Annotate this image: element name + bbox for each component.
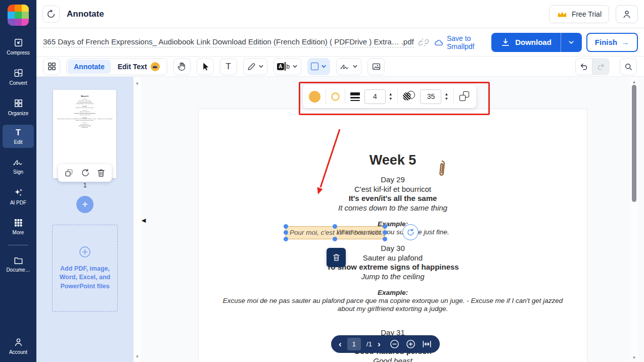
scroll-up-icon[interactable]: ▲ bbox=[133, 81, 141, 85]
profile-button[interactable] bbox=[616, 5, 638, 23]
resize-handle-s[interactable] bbox=[333, 237, 337, 241]
sidebar-item-ai-pdf[interactable]: AI PDF bbox=[3, 183, 34, 209]
more-grid-icon bbox=[13, 218, 23, 228]
sidebar-item-organize[interactable]: Organize bbox=[3, 94, 34, 119]
line-thickness-icon bbox=[350, 92, 360, 101]
start-over-button[interactable] bbox=[42, 6, 60, 23]
duplicate-page-button[interactable] bbox=[64, 168, 74, 178]
draw-tool-button[interactable] bbox=[243, 58, 267, 75]
tab-edit-text[interactable]: Edit Text bbox=[112, 60, 166, 74]
canvas-scrollbar[interactable]: ▲ ▼ bbox=[630, 77, 638, 362]
duplicate-icon bbox=[64, 168, 74, 178]
chevron-down-icon bbox=[567, 38, 575, 46]
pan-tool-button[interactable] bbox=[173, 58, 191, 75]
sidebar-item-sign[interactable]: Sign bbox=[3, 153, 34, 178]
convert-icon bbox=[13, 68, 24, 78]
text-tool-button[interactable]: T bbox=[220, 58, 237, 75]
doc-example-block: Example: Excuse moi de ne pas sauter au … bbox=[199, 289, 587, 313]
fill-color-swatch[interactable] bbox=[309, 91, 320, 102]
zoom-out-button[interactable] bbox=[389, 339, 400, 349]
rectangle-shape-icon bbox=[311, 63, 318, 70]
pro-crown-icon bbox=[151, 62, 160, 71]
thumbnail-panel: Week 5 Day 29 C'est kif-kif et bourricot… bbox=[36, 77, 133, 362]
border-color-swatch[interactable] bbox=[331, 92, 340, 101]
resize-handle-e[interactable] bbox=[383, 230, 387, 235]
broken-link-icon[interactable] bbox=[418, 37, 429, 48]
save-to-smallpdf[interactable]: Save to Smallpdf bbox=[434, 34, 491, 50]
scrollbar-thumb[interactable] bbox=[632, 85, 636, 202]
sidebar-item-documents[interactable]: Docume… bbox=[3, 252, 34, 276]
resize-handle-nw[interactable] bbox=[284, 224, 288, 229]
resize-handle-n[interactable] bbox=[333, 224, 337, 229]
search-button[interactable] bbox=[620, 58, 637, 75]
opacity-input[interactable]: 35 bbox=[420, 89, 441, 104]
highlight-text-icon: Ab bbox=[277, 62, 290, 71]
resize-handle-w[interactable] bbox=[284, 230, 288, 235]
undo-button[interactable] bbox=[575, 58, 592, 75]
scroll-down-icon[interactable]: ▼ bbox=[630, 355, 638, 360]
trash-icon bbox=[97, 168, 106, 178]
resize-handle-sw[interactable] bbox=[284, 237, 288, 241]
redo-icon bbox=[596, 62, 606, 71]
sidebar-item-convert[interactable]: Convert bbox=[3, 64, 34, 89]
select-tool-button[interactable] bbox=[197, 58, 214, 75]
scroll-down-icon[interactable]: ▼ bbox=[133, 354, 141, 359]
fit-width-button[interactable] bbox=[422, 339, 432, 349]
chevron-down-icon bbox=[321, 64, 327, 69]
free-trial-button[interactable]: Free Trial bbox=[549, 5, 609, 23]
delete-annotation-button[interactable] bbox=[327, 248, 346, 267]
minus-circle-icon bbox=[389, 339, 400, 349]
resize-handle-se[interactable] bbox=[383, 237, 387, 241]
highlight-tool-button[interactable]: Ab bbox=[273, 58, 301, 75]
file-name[interactable]: 365 Days of French Expressions_ Audioboo… bbox=[43, 37, 414, 47]
sidebar-item-account[interactable]: Account bbox=[3, 333, 34, 358]
doc-title: Week 5 bbox=[199, 152, 587, 168]
sidebar-item-label: Account bbox=[9, 349, 27, 355]
download-button[interactable]: Download bbox=[491, 33, 561, 52]
divider bbox=[397, 89, 398, 104]
circle-plus-icon bbox=[78, 245, 91, 258]
rotate-icon bbox=[406, 228, 415, 237]
page-navigation-bar: ‹ 1 /1 › bbox=[331, 335, 440, 353]
page-number-input[interactable]: 1 bbox=[347, 338, 361, 350]
resize-handle-ne[interactable] bbox=[383, 224, 387, 229]
smallpdf-logo[interactable] bbox=[8, 5, 29, 26]
annotation-toolbar: Annotate Edit Text T Ab bbox=[36, 57, 644, 77]
sidebar-item-more[interactable]: More bbox=[3, 214, 34, 238]
add-files-text: Add PDF, image, Word, Excel, and PowerPo… bbox=[53, 265, 117, 291]
sidebar-divider bbox=[8, 245, 28, 245]
tab-annotate[interactable]: Annotate bbox=[68, 60, 111, 74]
sidebar-item-label: Sign bbox=[13, 169, 23, 175]
add-files-dropzone[interactable]: Add PDF, image, Word, Excel, and PowerPo… bbox=[52, 225, 118, 312]
signature-tool-button[interactable] bbox=[336, 58, 361, 75]
sidebar-item-edit[interactable]: T Edit bbox=[3, 125, 34, 148]
next-page-icon[interactable]: › bbox=[378, 335, 381, 353]
pages-overview-button[interactable] bbox=[43, 58, 60, 75]
shape-tool-button[interactable] bbox=[307, 58, 330, 75]
border-width-input[interactable]: 4 bbox=[364, 89, 386, 104]
panel-scrollbar[interactable]: ▲ ▼ bbox=[133, 77, 141, 362]
plus-circle-icon bbox=[405, 339, 416, 349]
delete-page-button[interactable] bbox=[97, 168, 106, 178]
previous-page-icon[interactable]: ‹ bbox=[339, 335, 342, 353]
duplicate-annotation-button[interactable] bbox=[459, 91, 470, 102]
finish-button[interactable]: Finish → bbox=[586, 33, 638, 52]
collapse-panel-handle[interactable]: ◀ bbox=[142, 217, 146, 224]
rotate-page-button[interactable] bbox=[80, 168, 90, 178]
organize-icon bbox=[13, 98, 24, 109]
zoom-in-button[interactable] bbox=[405, 339, 416, 349]
scroll-up-icon[interactable]: ▲ bbox=[630, 80, 638, 84]
redo-button[interactable] bbox=[592, 58, 610, 75]
divider bbox=[453, 89, 454, 104]
image-tool-button[interactable] bbox=[367, 58, 385, 75]
thumbnail-content: Week 5 Day 29 C'est kif-kif et bourricot… bbox=[53, 90, 116, 128]
opacity-stepper[interactable]: ▲▼ bbox=[444, 92, 448, 100]
download-options-button[interactable] bbox=[561, 33, 582, 52]
sidebar-item-compress[interactable]: Compress bbox=[3, 34, 34, 59]
border-width-stepper[interactable]: ▲▼ bbox=[389, 92, 392, 100]
spin-down-icon: ▼ bbox=[444, 97, 448, 100]
add-page-button[interactable]: + bbox=[76, 196, 94, 213]
opacity-icon bbox=[403, 91, 416, 102]
rotate-annotation-handle[interactable] bbox=[402, 224, 419, 240]
signature-icon bbox=[13, 157, 24, 167]
